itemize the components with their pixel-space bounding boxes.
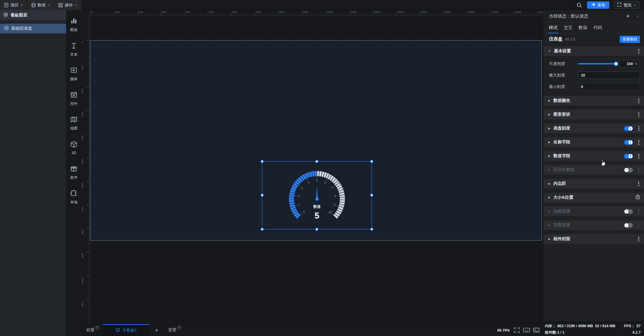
min-scale-label: 最小刻度 [549,84,578,90]
local-icon [70,190,78,198]
triangle-right-icon: ▶ [548,99,550,102]
kebab-menu-icon[interactable] [638,48,640,54]
section-toggle[interactable] [624,168,633,172]
status-bar: 内存： 862 / 3199 / 4096 MB 52 / 914 MB FPS… [543,321,644,336]
preview-button[interactable]: 预览 ∨ [614,1,639,9]
tab-subboard-active[interactable]: 子看板1 [103,324,150,336]
artboard[interactable]: 012345678910数值5 [90,40,542,241]
section-title: 边框设置 [553,208,570,214]
resize-handle-nw[interactable] [261,160,264,163]
slider-knob[interactable] [614,61,618,66]
terminal-icon[interactable] [533,328,539,333]
publish-button[interactable]: 发布 [587,1,609,9]
add-board-button[interactable]: + [150,324,164,336]
triangle-right-icon: ▶ [548,196,550,199]
tab-foreground[interactable]: 前景 + [82,324,103,336]
section-row-6[interactable]: ▶内边距 [543,179,644,189]
kebab-menu-icon[interactable] [638,181,640,187]
tutorial-button[interactable]: 查看教程 [620,36,640,43]
section-row-4[interactable]: ▶数值字段 [543,151,644,161]
settings-tab[interactable]: 数据 [579,22,587,33]
strip-item-map[interactable]: 地图 [66,113,82,133]
chevron-right-icon[interactable]: › [637,14,638,19]
menu-actions[interactable]: 操作 ∨ [54,0,82,10]
triangle-right-icon: ▶ [548,113,550,116]
section-row-5[interactable]: ▶百分比数值 [543,165,644,175]
add-circle-icon[interactable]: + [95,326,99,330]
chevron-down-icon: ∨ [634,4,636,6]
kebab-menu-icon[interactable] [638,236,640,242]
strip-item-text[interactable]: 文本 [66,39,82,59]
selection-box [262,161,372,229]
strip-item-local[interactable]: 本地 [66,187,82,207]
max-scale-input[interactable]: 10 [578,72,640,79]
section-row-9[interactable]: ▶背景设置 [543,220,644,230]
section-row-0[interactable]: ▶数据颜色 [543,96,644,106]
kebab-menu-icon[interactable] [638,125,640,132]
strip-item-chart[interactable]: 图表 [66,15,82,34]
strip-item-cube3d[interactable]: 3D [66,138,82,158]
document-icon [4,3,8,7]
gauge-component[interactable]: 012345678910数值5 [262,161,372,229]
strip-item-label: 文本 [70,52,78,57]
section-toggle[interactable] [624,223,633,228]
kebab-menu-icon[interactable] [638,112,640,118]
section-row-3[interactable]: ▶名称字段 [543,137,644,147]
component-library-strip: 图表文本媒体控件地图3D套件本地 [66,10,82,336]
canvas-area: 0100200300400500600700800900100011001200… [82,10,543,336]
settings-tab[interactable]: 代码 [593,22,602,33]
strip-item-media[interactable]: 媒体 [66,64,82,84]
fit-screen-icon[interactable] [514,327,520,333]
opacity-slider[interactable] [578,63,616,64]
section-row-1[interactable]: ▶图形形状 [543,110,644,119]
keyboard-icon[interactable] [523,328,530,333]
strip-item-widget[interactable]: 控件 [66,89,82,108]
resize-handle-w[interactable] [261,194,264,197]
canvas-viewport[interactable]: 012345678910数值5 [90,16,543,324]
resize-handle-ne[interactable] [370,160,373,163]
section-toggle[interactable] [624,126,633,131]
strip-item-label: 套件 [70,175,78,180]
resize-handle-n[interactable] [315,160,318,163]
settings-panel: 当前状态： 默认状态 + › 样式交互数据代码 仪表盘 v0.1.0 查看教程 … [543,10,644,336]
layer-item-gauge[interactable]: 基础仪表盘 [0,24,66,33]
section-toggle[interactable] [624,154,633,159]
section-row-2[interactable]: ▶表盘刻度 [543,123,644,133]
section-row-10[interactable]: ▶组件封面 [543,234,644,244]
menu-group: 项目 ∨ 数据 ∨ 操作 ∨ [0,0,82,10]
add-circle-icon[interactable]: + [177,326,181,330]
opacity-value-box[interactable]: 100 % [619,60,640,67]
settings-tab[interactable]: 样式 [549,22,558,33]
resize-handle-e[interactable] [370,194,373,197]
kebab-menu-icon[interactable] [638,167,640,173]
section-toggle[interactable] [624,140,633,145]
menu-data[interactable]: 数据 ∨ [27,0,55,10]
kebab-menu-icon[interactable] [638,153,640,159]
section-title: 百分比数值 [553,167,575,173]
resize-handle-sw[interactable] [261,228,264,231]
board-icon [116,328,120,333]
component-count-value: 1 / 1 [557,329,564,336]
max-scale-row: 最大刻度 10 [549,69,640,81]
resize-handle-se[interactable] [370,228,373,231]
opacity-row: 不透明度 100 % [549,58,640,69]
triangle-right-icon: ▶ [548,141,550,144]
lock-icon[interactable] [636,194,640,201]
section-toggle[interactable] [624,209,633,214]
tab-background[interactable]: 背景 + [164,324,185,336]
kebab-menu-icon[interactable] [638,139,640,145]
menu-project[interactable]: 项目 ∨ [0,0,27,10]
strip-item-kit[interactable]: 套件 [66,163,82,182]
min-scale-input[interactable]: 0 [578,83,640,90]
section-row-7[interactable]: ▶大小&位置 [543,193,644,202]
section-basic-settings[interactable]: ▼ 基本设置 [543,46,644,56]
kebab-menu-icon[interactable] [638,98,640,104]
resize-handle-s[interactable] [315,228,318,231]
settings-tab[interactable]: 交互 [564,22,573,33]
section-row-8[interactable]: ▶边框设置 [543,206,644,216]
kebab-menu-icon[interactable] [638,208,640,215]
add-state-button[interactable]: + [626,13,630,20]
state-label: 当前状态： [549,13,571,19]
search-icon[interactable] [577,2,582,8]
kebab-menu-icon[interactable] [638,222,640,228]
